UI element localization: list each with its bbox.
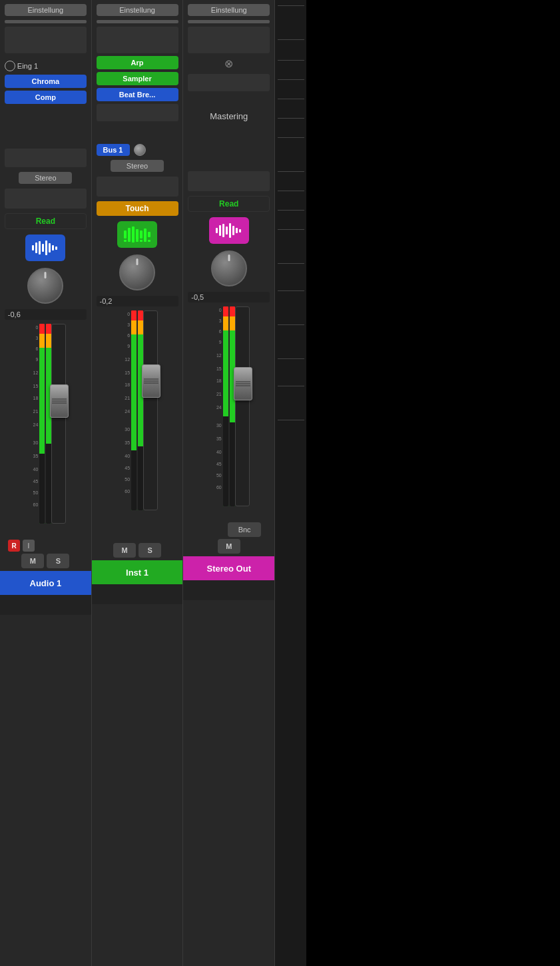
svg-rect-21 [148,240,150,242]
rdiv-12 [278,263,304,264]
ruler-6: 6 [35,346,38,351]
vu-left-ch3 [223,306,228,506]
plugin-slot-ch2-2 [97,104,178,121]
svg-rect-28 [236,228,238,233]
channel-name-audio1[interactable]: Audio 1 [0,571,91,595]
mute-btn-ch2[interactable]: M [113,543,136,558]
svg-rect-24 [222,224,224,237]
settings-btn-ch2[interactable]: Einstellung [97,4,178,16]
input-circle-ch1 [5,61,15,71]
pan-knob-ch1[interactable] [27,268,63,304]
svg-rect-26 [229,223,231,238]
svg-rect-4 [45,241,47,255]
waveform-ch3[interactable] [209,217,249,244]
rdiv-8 [278,171,304,172]
fader-section-ch2: 0 3 6 9 12 15 18 21 24 30 35 40 45 50 60 [92,310,183,524]
fader-handle-ch3[interactable] [234,367,252,400]
fader-handle-ch1[interactable] [50,384,69,418]
mute-btn-ch1[interactable]: M [21,554,44,568]
vu-left-ch2 [131,310,137,510]
rdiv-10 [278,210,304,211]
ruler-15: 15 [33,384,39,388]
channel-audio1: Einstellung Eing 1 Chroma Comp Stereo Re… [0,0,92,966]
pan-knob-ch3[interactable] [211,250,247,286]
level-bar-ch1 [5,20,87,23]
bus-area-ch1 [5,149,87,167]
svg-rect-14 [148,232,150,237]
sampler-btn[interactable]: Sampler [97,72,178,85]
bus-knob-ch2[interactable] [134,144,146,156]
level-bar-ch3 [188,20,270,23]
comp-btn[interactable]: Comp [5,91,87,104]
solo-btn-ch2[interactable]: S [139,543,161,558]
svg-rect-9 [128,228,131,241]
stereo-btn-ch2[interactable]: Stereo [111,160,164,172]
solo-btn-ch1[interactable]: S [47,554,69,568]
fader-rail-ch3[interactable] [235,306,250,506]
fader-section-ch3: 0 3 6 9 12 15 18 21 24 30 35 40 45 50 60 [183,306,274,520]
plugin-slot-ch1-1 [5,27,87,53]
vol-value-ch1: -0,6 [8,310,21,318]
channel-name-label-inst1: Inst 1 [126,568,148,578]
settings-btn-ch3[interactable]: Einstellung [188,4,270,16]
svg-rect-18 [136,240,139,242]
svg-rect-5 [49,243,51,252]
vu-right-ch2 [138,310,143,510]
ms-buttons-ch2: M S [113,543,161,558]
svg-rect-13 [144,229,146,241]
ruler-ch2: 0 3 6 9 12 15 18 21 24 30 35 40 45 50 60 [117,310,131,510]
plugin-slot-ch3-2 [188,74,270,91]
svg-rect-29 [239,229,241,233]
bus-btn-ch2[interactable]: Bus 1 [97,144,130,156]
bus-row-ch2: Bus 1 [97,144,178,156]
ruler-35: 35 [33,454,39,458]
channel-name-stereoout[interactable]: Stereo Out [183,556,274,580]
ruler-18: 18 [33,396,39,400]
channel-inst1: Einstellung Arp Sampler Beat Bre... Bus … [92,0,184,966]
beatbre-btn[interactable]: Beat Bre... [97,88,178,101]
svg-rect-22 [216,228,218,233]
svg-rect-23 [219,225,221,236]
bnc-btn-ch3[interactable]: Bnc [228,522,261,537]
arp-btn[interactable]: Arp [97,56,178,69]
fader-rail-ch2[interactable] [143,310,158,510]
ruler-12: 12 [33,370,39,375]
channel-name-label-stereoout: Stereo Out [207,564,251,574]
vol-value-ch3: -0,5 [191,293,204,301]
r-btn-ch1[interactable]: R [8,540,20,552]
chroma-btn[interactable]: Chroma [5,75,87,88]
empty-box-ch1 [5,189,87,209]
pan-knob-ch2[interactable] [119,254,155,290]
fader-section-ch1: 0 3 6 9 12 15 18 21 24 30 35 40 45 50 60 [0,324,91,537]
channel-name-label-audio1: Audio 1 [30,578,62,588]
vol-value-ch2: -0,2 [100,297,113,305]
ruler-left-ch1: 0 3 6 9 12 15 18 21 24 30 35 40 45 50 60 [25,324,39,524]
channel-name-inst1[interactable]: Inst 1 [92,560,183,584]
rdiv-3 [278,60,304,61]
rdiv-1 [278,5,304,6]
waveform-ch2[interactable] [117,221,157,248]
svg-rect-12 [140,231,142,239]
svg-rect-3 [42,244,44,252]
ms-buttons-ch1: M S [21,554,69,568]
svg-rect-27 [232,226,234,235]
rdiv-13 [278,290,304,291]
vu-right-mask-ch1 [46,444,51,524]
rdiv-11 [278,229,304,230]
ruler-40: 40 [33,467,39,472]
i-btn-ch1[interactable]: I [23,540,35,552]
channel-stereoout: Einstellung ⊗ Mastering Read [183,0,275,966]
stereo-btn-ch1[interactable]: Stereo [19,172,72,184]
fader-rail-ch1[interactable] [51,324,66,524]
rdiv-7 [278,137,304,138]
auto-btn-ch2[interactable]: Touch [97,201,178,216]
auto-btn-ch3[interactable]: Read [188,196,270,212]
settings-btn-ch1[interactable]: Einstellung [5,4,87,16]
ruler-3: 3 [35,336,38,340]
waveform-ch1[interactable] [25,235,65,261]
mute-btn-ch3[interactable]: M [218,539,240,554]
ruler-45: 45 [33,479,39,484]
vu-ch1 [39,324,51,524]
fader-handle-ch2[interactable] [142,364,160,398]
auto-btn-ch1[interactable]: Read [5,213,87,229]
